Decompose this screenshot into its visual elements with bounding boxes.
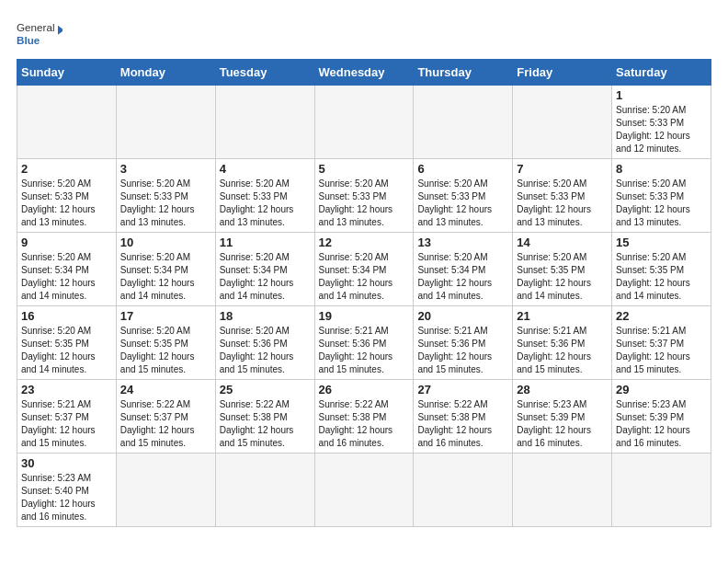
day-number: 15 — [616, 236, 707, 249]
day-info: Sunrise: 5:20 AMSunset: 5:34 PMDaylight:… — [21, 251, 112, 303]
day-number: 6 — [417, 162, 508, 176]
day-info: Sunrise: 5:20 AMSunset: 5:33 PMDaylight:… — [616, 178, 707, 229]
calendar-cell: 29Sunrise: 5:23 AMSunset: 5:39 PMDayligh… — [612, 380, 711, 454]
day-info: Sunrise: 5:20 AMSunset: 5:34 PMDaylight:… — [417, 251, 508, 303]
header: General Blue — [17, 17, 711, 50]
day-number: 20 — [417, 309, 508, 323]
calendar-cell: 17Sunrise: 5:20 AMSunset: 5:35 PMDayligh… — [116, 306, 215, 380]
calendar-cell: 16Sunrise: 5:20 AMSunset: 5:35 PMDayligh… — [17, 306, 117, 380]
day-info: Sunrise: 5:20 AMSunset: 5:33 PMDaylight:… — [517, 178, 608, 229]
day-info: Sunrise: 5:21 AMSunset: 5:36 PMDaylight:… — [417, 325, 508, 376]
calendar-cell — [17, 86, 117, 159]
weekday-header-thursday: Thursday — [414, 60, 513, 86]
day-info: Sunrise: 5:20 AMSunset: 5:33 PMDaylight:… — [220, 178, 311, 229]
day-number: 10 — [120, 236, 211, 249]
day-info: Sunrise: 5:20 AMSunset: 5:33 PMDaylight:… — [417, 178, 508, 229]
calendar-cell — [116, 86, 215, 159]
svg-text:Blue: Blue — [17, 34, 40, 46]
day-number: 18 — [220, 309, 311, 323]
day-info: Sunrise: 5:20 AMSunset: 5:35 PMDaylight:… — [616, 251, 707, 303]
day-info: Sunrise: 5:20 AMSunset: 5:35 PMDaylight:… — [517, 251, 608, 303]
calendar-cell — [314, 86, 414, 159]
day-number: 17 — [120, 309, 211, 323]
day-number: 3 — [120, 162, 211, 176]
day-number: 2 — [21, 162, 112, 176]
day-number: 5 — [319, 162, 410, 176]
calendar-table: SundayMondayTuesdayWednesdayThursdayFrid… — [17, 59, 711, 527]
day-number: 11 — [220, 236, 311, 249]
calendar-cell: 14Sunrise: 5:20 AMSunset: 5:35 PMDayligh… — [513, 233, 612, 306]
calendar-cell: 26Sunrise: 5:22 AMSunset: 5:38 PMDayligh… — [314, 380, 414, 454]
calendar-cell: 8Sunrise: 5:20 AMSunset: 5:33 PMDaylight… — [612, 159, 711, 233]
day-number: 25 — [220, 383, 311, 396]
day-info: Sunrise: 5:22 AMSunset: 5:37 PMDaylight:… — [120, 398, 211, 450]
day-number: 28 — [517, 383, 608, 396]
day-number: 1 — [616, 88, 707, 102]
day-number: 8 — [616, 162, 707, 176]
svg-text:General: General — [17, 21, 54, 33]
calendar-cell — [513, 86, 612, 159]
calendar-cell: 30Sunrise: 5:23 AMSunset: 5:40 PMDayligh… — [17, 454, 117, 527]
day-info: Sunrise: 5:21 AMSunset: 5:37 PMDaylight:… — [21, 398, 112, 450]
day-number: 21 — [517, 309, 608, 323]
calendar-cell: 18Sunrise: 5:20 AMSunset: 5:36 PMDayligh… — [215, 306, 314, 380]
day-number: 13 — [417, 236, 508, 249]
calendar-cell: 15Sunrise: 5:20 AMSunset: 5:35 PMDayligh… — [612, 233, 711, 306]
day-number: 9 — [21, 236, 112, 249]
day-number: 12 — [319, 236, 410, 249]
logo: General Blue — [17, 17, 63, 50]
calendar-cell: 20Sunrise: 5:21 AMSunset: 5:36 PMDayligh… — [414, 306, 513, 380]
day-number: 7 — [517, 162, 608, 176]
week-row-3: 9Sunrise: 5:20 AMSunset: 5:34 PMDaylight… — [17, 233, 711, 306]
calendar-cell — [513, 454, 612, 527]
calendar-cell: 22Sunrise: 5:21 AMSunset: 5:37 PMDayligh… — [612, 306, 711, 380]
day-number: 14 — [517, 236, 608, 249]
weekday-header-friday: Friday — [513, 60, 612, 86]
day-info: Sunrise: 5:22 AMSunset: 5:38 PMDaylight:… — [417, 398, 508, 450]
day-info: Sunrise: 5:20 AMSunset: 5:35 PMDaylight:… — [120, 325, 211, 376]
day-info: Sunrise: 5:21 AMSunset: 5:37 PMDaylight:… — [616, 325, 707, 376]
calendar-cell — [215, 86, 314, 159]
week-row-6: 30Sunrise: 5:23 AMSunset: 5:40 PMDayligh… — [17, 454, 711, 527]
day-number: 22 — [616, 309, 707, 323]
weekday-header-sunday: Sunday — [17, 60, 117, 86]
day-info: Sunrise: 5:22 AMSunset: 5:38 PMDaylight:… — [220, 398, 311, 450]
day-number: 26 — [319, 383, 410, 396]
calendar-cell: 19Sunrise: 5:21 AMSunset: 5:36 PMDayligh… — [314, 306, 414, 380]
weekday-header-monday: Monday — [116, 60, 215, 86]
weekday-header-row: SundayMondayTuesdayWednesdayThursdayFrid… — [17, 60, 711, 86]
calendar-cell: 6Sunrise: 5:20 AMSunset: 5:33 PMDaylight… — [414, 159, 513, 233]
day-number: 23 — [21, 383, 112, 396]
calendar-cell: 13Sunrise: 5:20 AMSunset: 5:34 PMDayligh… — [414, 233, 513, 306]
day-info: Sunrise: 5:20 AMSunset: 5:34 PMDaylight:… — [120, 251, 211, 303]
day-number: 29 — [616, 383, 707, 396]
calendar-cell: 7Sunrise: 5:20 AMSunset: 5:33 PMDaylight… — [513, 159, 612, 233]
day-info: Sunrise: 5:21 AMSunset: 5:36 PMDaylight:… — [517, 325, 608, 376]
calendar-cell: 2Sunrise: 5:20 AMSunset: 5:33 PMDaylight… — [17, 159, 117, 233]
calendar-cell: 11Sunrise: 5:20 AMSunset: 5:34 PMDayligh… — [215, 233, 314, 306]
day-info: Sunrise: 5:21 AMSunset: 5:36 PMDaylight:… — [319, 325, 410, 376]
calendar-cell — [414, 86, 513, 159]
day-info: Sunrise: 5:20 AMSunset: 5:34 PMDaylight:… — [319, 251, 410, 303]
calendar-cell: 28Sunrise: 5:23 AMSunset: 5:39 PMDayligh… — [513, 380, 612, 454]
weekday-header-wednesday: Wednesday — [314, 60, 414, 86]
calendar-cell: 24Sunrise: 5:22 AMSunset: 5:37 PMDayligh… — [116, 380, 215, 454]
day-number: 27 — [417, 383, 508, 396]
calendar-cell: 10Sunrise: 5:20 AMSunset: 5:34 PMDayligh… — [116, 233, 215, 306]
page: General Blue SundayMondayTuesdayWednesda… — [0, 0, 728, 544]
day-info: Sunrise: 5:22 AMSunset: 5:38 PMDaylight:… — [319, 398, 410, 450]
logo-svg: General Blue — [17, 17, 63, 50]
calendar-cell: 12Sunrise: 5:20 AMSunset: 5:34 PMDayligh… — [314, 233, 414, 306]
day-number: 4 — [220, 162, 311, 176]
calendar-cell — [414, 454, 513, 527]
day-number: 16 — [21, 309, 112, 323]
weekday-header-tuesday: Tuesday — [215, 60, 314, 86]
day-number: 30 — [21, 456, 112, 470]
calendar-cell: 4Sunrise: 5:20 AMSunset: 5:33 PMDaylight… — [215, 159, 314, 233]
calendar-cell: 3Sunrise: 5:20 AMSunset: 5:33 PMDaylight… — [116, 159, 215, 233]
week-row-2: 2Sunrise: 5:20 AMSunset: 5:33 PMDaylight… — [17, 159, 711, 233]
day-number: 24 — [120, 383, 211, 396]
calendar-cell: 21Sunrise: 5:21 AMSunset: 5:36 PMDayligh… — [513, 306, 612, 380]
day-info: Sunrise: 5:20 AMSunset: 5:33 PMDaylight:… — [319, 178, 410, 229]
week-row-5: 23Sunrise: 5:21 AMSunset: 5:37 PMDayligh… — [17, 380, 711, 454]
